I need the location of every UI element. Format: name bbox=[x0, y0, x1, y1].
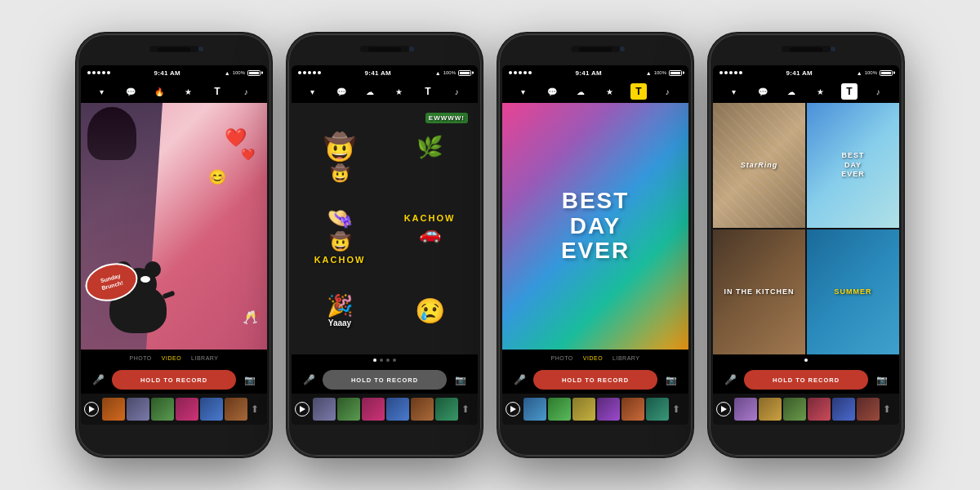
music-icon-3[interactable]: ♪ bbox=[659, 83, 675, 100]
film-thumb-2d[interactable] bbox=[386, 398, 409, 421]
film-thumb-2b[interactable] bbox=[337, 398, 360, 421]
starring-label: StarRing bbox=[741, 161, 778, 171]
collage-panel-summer[interactable]: SUMMER bbox=[807, 229, 899, 354]
play-btn-2[interactable] bbox=[295, 402, 310, 416]
hold-to-record-btn-2[interactable]: HOLD TO RECORD bbox=[323, 370, 447, 390]
battery-icon-1 bbox=[247, 70, 261, 76]
message-icon[interactable]: 💬 bbox=[122, 83, 139, 100]
text-icon-4[interactable]: T bbox=[841, 83, 858, 100]
star-icon-4[interactable]: ★ bbox=[813, 83, 829, 100]
message-icon-3[interactable]: 💬 bbox=[544, 83, 560, 100]
film-thumb-3c[interactable] bbox=[572, 398, 595, 421]
film-thumb-4[interactable] bbox=[176, 398, 198, 421]
sticker-kachow[interactable]: KACHOW 🚗 bbox=[388, 191, 471, 266]
text-icon-2[interactable]: T bbox=[420, 83, 436, 100]
cloud-icon-3[interactable]: ☁ bbox=[572, 83, 589, 100]
collage-panel-kitchen[interactable]: IN THE KITCHEN bbox=[713, 229, 805, 354]
share-icon-2[interactable]: ⬆ bbox=[461, 403, 470, 415]
film-thumb-6[interactable] bbox=[225, 398, 247, 421]
star-icon-2[interactable]: ★ bbox=[391, 83, 408, 100]
collage-panel-starring[interactable]: StarRing bbox=[713, 103, 805, 228]
tab-library-3[interactable]: LIBRARY bbox=[612, 355, 639, 361]
signal-dot bbox=[87, 71, 91, 74]
text-icon-3[interactable]: T bbox=[630, 83, 647, 100]
battery-text-4: 100% bbox=[865, 70, 877, 75]
dot-indicator-4 bbox=[713, 354, 899, 366]
film-thumb-4c[interactable] bbox=[783, 398, 806, 421]
tab-photo-3[interactable]: PHOTO bbox=[551, 355, 573, 361]
film-thumb-3e[interactable] bbox=[621, 398, 644, 421]
mic-icon-1[interactable]: 🎤 bbox=[91, 372, 105, 387]
film-thumb-2a[interactable] bbox=[313, 398, 336, 421]
play-btn-1[interactable] bbox=[84, 402, 99, 416]
film-thumb-3f[interactable] bbox=[646, 398, 669, 421]
wifi-icon-4: ▲ bbox=[857, 70, 862, 76]
play-btn-4[interactable] bbox=[716, 402, 731, 416]
camera-icon-3[interactable]: 📷 bbox=[664, 372, 679, 387]
camera-icon-1[interactable]: 📷 bbox=[243, 372, 257, 387]
toolbar-1: ▾ 💬 🔥 ★ T ♪ bbox=[81, 80, 267, 103]
camera-icon-4[interactable]: 📷 bbox=[875, 372, 889, 387]
text-icon[interactable]: T bbox=[209, 83, 225, 100]
sticker-woody[interactable]: 🤠 🤠 bbox=[298, 109, 381, 185]
film-thumb-3b[interactable] bbox=[548, 398, 571, 421]
message-icon-2[interactable]: 💬 bbox=[333, 83, 350, 100]
film-thumb-4a[interactable] bbox=[734, 398, 757, 421]
chevron-down-icon-2[interactable]: ▾ bbox=[305, 83, 321, 100]
film-thumb-3d[interactable] bbox=[597, 398, 620, 421]
signal-dot bbox=[102, 71, 105, 74]
phone-2: 9:41 AM ▲ 100% ▾ 💬 ☁ ★ T ♪ bbox=[287, 33, 483, 457]
battery-icon-2 bbox=[458, 70, 471, 76]
cloud-icon-2[interactable]: ☁ bbox=[362, 83, 378, 100]
message-icon-4[interactable]: 💬 bbox=[755, 83, 771, 100]
film-thumb-3a[interactable] bbox=[523, 398, 546, 421]
tab-video-1[interactable]: VIDEO bbox=[162, 355, 181, 361]
screen-3: 9:41 AM ▲ 100% ▾ 💬 ☁ ★ T ♪ bbox=[502, 65, 688, 425]
mic-icon-3[interactable]: 🎤 bbox=[512, 372, 527, 387]
film-thumb-2[interactable] bbox=[127, 398, 149, 421]
sticker-jessie[interactable]: 👒 🤠 KACHOW bbox=[298, 191, 381, 266]
film-thumb-5[interactable] bbox=[200, 398, 223, 421]
screen-1: 9:41 AM ▲ 100% ▾ 💬 🔥 ★ T ♪ bbox=[81, 65, 267, 425]
play-btn-3[interactable] bbox=[506, 402, 520, 416]
dot-2 bbox=[380, 359, 383, 362]
flame-icon[interactable]: 🔥 bbox=[151, 83, 167, 100]
heart-emoji: ❤️ bbox=[225, 127, 247, 149]
chevron-down-icon[interactable]: ▾ bbox=[94, 83, 110, 100]
music-icon-4[interactable]: ♪ bbox=[870, 83, 886, 100]
film-thumb-2c[interactable] bbox=[362, 398, 385, 421]
film-thumb-4e[interactable] bbox=[832, 398, 855, 421]
film-thumb-3[interactable] bbox=[151, 398, 174, 421]
film-thumb-4d[interactable] bbox=[808, 398, 831, 421]
tab-video-3[interactable]: VIDEO bbox=[583, 355, 603, 361]
tab-photo-1[interactable]: PHOTO bbox=[130, 355, 152, 361]
star-icon[interactable]: ★ bbox=[180, 83, 197, 100]
film-thumb-4b[interactable] bbox=[759, 398, 782, 421]
share-icon-1[interactable]: ⬆ bbox=[251, 403, 259, 415]
hold-to-record-btn-4[interactable]: HOLD TO RECORD bbox=[744, 370, 868, 390]
hold-to-record-btn-1[interactable]: HOLD TO RECORD bbox=[112, 370, 236, 390]
collage-panel-bestday[interactable]: BESTDAYEVER bbox=[807, 103, 899, 228]
music-icon-2[interactable]: ♪ bbox=[448, 83, 465, 100]
film-thumb-1[interactable] bbox=[102, 398, 125, 421]
share-icon-3[interactable]: ⬆ bbox=[672, 403, 680, 415]
film-thumb-2e[interactable] bbox=[411, 398, 434, 421]
star-icon-3[interactable]: ★ bbox=[602, 83, 618, 100]
camera-icon-2[interactable]: 📷 bbox=[453, 372, 468, 387]
sticker-yaaay[interactable]: 🎉 Yaaay bbox=[298, 273, 381, 348]
film-thumb-4f[interactable] bbox=[857, 398, 880, 421]
chevron-down-icon-3[interactable]: ▾ bbox=[515, 83, 532, 100]
tab-library-1[interactable]: LIBRARY bbox=[191, 355, 218, 361]
music-icon[interactable]: ♪ bbox=[238, 83, 254, 100]
chevron-down-icon-4[interactable]: ▾ bbox=[726, 83, 742, 100]
film-thumb-2f[interactable] bbox=[435, 398, 458, 421]
phone1-background: ❤️ ❤️ 😊 bbox=[81, 103, 267, 350]
hold-to-record-btn-3[interactable]: HOLD TO RECORD bbox=[533, 370, 657, 390]
mic-icon-4[interactable]: 🎤 bbox=[723, 372, 737, 387]
sticker-sadness[interactable]: 😢 bbox=[388, 273, 471, 348]
share-icon-4[interactable]: ⬆ bbox=[883, 403, 891, 415]
mic-icon-2[interactable]: 🎤 bbox=[301, 372, 316, 387]
sticker-ewww[interactable]: 🌿 EWWWW! bbox=[388, 109, 471, 185]
cloud-icon-4[interactable]: ☁ bbox=[783, 83, 800, 100]
best-day-text: BESTDAYEVER bbox=[561, 189, 630, 264]
